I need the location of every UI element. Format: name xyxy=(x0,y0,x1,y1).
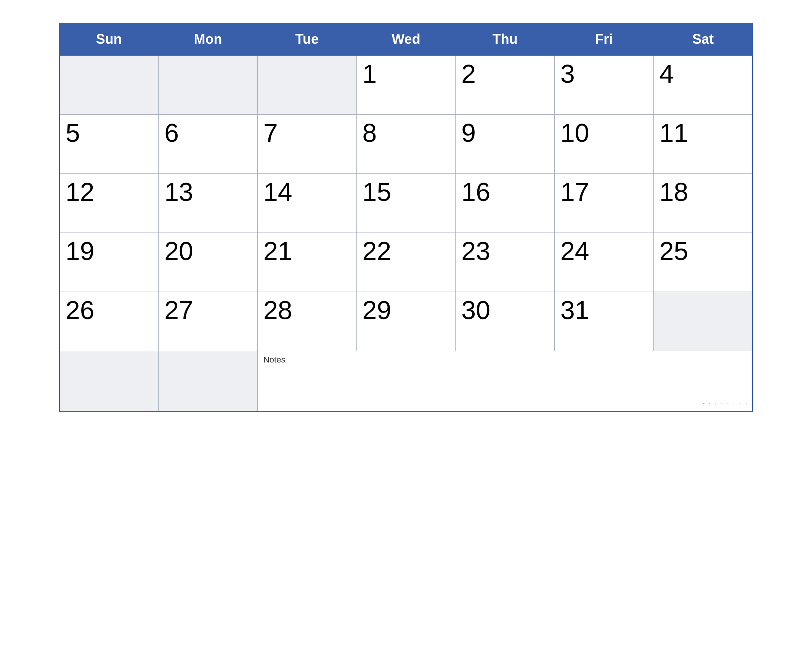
calendar-cell[interactable]: 8 xyxy=(356,114,456,173)
day-number: 26 xyxy=(66,295,95,324)
weekday-header-sun: Sun xyxy=(59,23,159,55)
calendar-cell[interactable]: 26 xyxy=(59,292,159,351)
day-number: 25 xyxy=(660,236,688,265)
calendar-cell[interactable]: 31 xyxy=(555,292,654,351)
day-number: 11 xyxy=(660,118,688,147)
day-number: 4 xyxy=(660,59,674,88)
day-number: 20 xyxy=(164,236,193,265)
calendar-cell[interactable]: 18 xyxy=(653,173,753,233)
calendar-table: SunMonTueWedThuFriSat 123456789101112131… xyxy=(59,23,753,412)
calendar-cell[interactable]: 24 xyxy=(555,233,654,292)
calendar-cell[interactable]: 23 xyxy=(456,233,555,292)
day-number: 19 xyxy=(66,236,95,265)
day-number: 29 xyxy=(363,295,392,324)
weekday-header-row: SunMonTueWedThuFriSat xyxy=(59,23,753,55)
day-number: 16 xyxy=(461,177,490,206)
calendar-week-5: 262728293031 xyxy=(59,292,753,351)
calendar-cell[interactable] xyxy=(653,292,753,351)
day-number: 22 xyxy=(363,236,392,265)
calendar-week-3: 12131415161718 xyxy=(59,173,753,233)
day-number: 9 xyxy=(461,118,476,147)
calendar-cell[interactable]: 2 xyxy=(456,55,555,114)
calendar-cell[interactable]: 19 xyxy=(59,233,159,292)
calendar-cell[interactable]: 4 xyxy=(653,55,753,114)
calendar-cell[interactable]: 3 xyxy=(555,55,654,114)
calendar-container: SunMonTueWedThuFriSat 123456789101112131… xyxy=(44,8,768,420)
day-number: 1 xyxy=(363,59,377,88)
notes-row: Notes· · · · · · · · xyxy=(59,351,753,412)
weekday-header-thu: Thu xyxy=(456,23,555,55)
calendar-cell[interactable]: 20 xyxy=(159,233,258,292)
weekday-header-wed: Wed xyxy=(356,23,456,55)
notes-label: Notes xyxy=(263,355,746,365)
calendar-cell[interactable]: 7 xyxy=(257,114,356,173)
calendar-week-2: 567891011 xyxy=(59,114,753,173)
notes-empty-cell xyxy=(159,351,258,412)
calendar-cell[interactable] xyxy=(59,55,159,114)
calendar-cell[interactable] xyxy=(159,55,258,114)
calendar-cell[interactable]: 11 xyxy=(653,114,753,173)
calendar-cell[interactable]: 27 xyxy=(159,292,258,351)
day-number: 12 xyxy=(66,177,95,206)
weekday-header-fri: Fri xyxy=(555,23,654,55)
calendar-cell[interactable]: 6 xyxy=(159,114,258,173)
day-number: 30 xyxy=(461,295,490,324)
day-number: 28 xyxy=(263,295,292,324)
notes-cell[interactable]: Notes· · · · · · · · xyxy=(257,351,753,412)
calendar-cell[interactable] xyxy=(257,55,356,114)
notes-dots: · · · · · · · · xyxy=(703,399,748,407)
calendar-cell[interactable]: 5 xyxy=(59,114,159,173)
day-number: 2 xyxy=(461,59,476,88)
day-number: 6 xyxy=(164,118,179,147)
day-number: 5 xyxy=(66,118,80,147)
day-number: 27 xyxy=(164,295,193,324)
calendar-cell[interactable]: 12 xyxy=(59,173,159,233)
day-number: 15 xyxy=(363,177,392,206)
calendar-cell[interactable]: 10 xyxy=(555,114,654,173)
calendar-cell[interactable]: 22 xyxy=(356,233,456,292)
day-number: 14 xyxy=(263,177,292,206)
calendar-week-4: 19202122232425 xyxy=(59,233,753,292)
calendar-cell[interactable]: 15 xyxy=(356,173,456,233)
notes-empty-cell xyxy=(59,351,159,412)
calendar-cell[interactable]: 14 xyxy=(257,173,356,233)
day-number: 21 xyxy=(263,236,292,265)
calendar-cell[interactable]: 9 xyxy=(456,114,555,173)
weekday-header-sat: Sat xyxy=(653,23,753,55)
calendar-cell[interactable]: 13 xyxy=(159,173,258,233)
day-number: 24 xyxy=(560,236,589,265)
day-number: 13 xyxy=(164,177,193,206)
weekday-header-mon: Mon xyxy=(159,23,258,55)
calendar-cell[interactable]: 30 xyxy=(456,292,555,351)
calendar-cell[interactable]: 17 xyxy=(555,173,654,233)
day-number: 17 xyxy=(560,177,589,206)
calendar-cell[interactable]: 16 xyxy=(456,173,555,233)
weekday-header-tue: Tue xyxy=(257,23,356,55)
calendar-week-1: 1234 xyxy=(59,55,753,114)
day-number: 23 xyxy=(461,236,490,265)
calendar-cell[interactable]: 1 xyxy=(356,55,456,114)
calendar-cell[interactable]: 28 xyxy=(257,292,356,351)
day-number: 18 xyxy=(660,177,688,206)
calendar-cell[interactable]: 29 xyxy=(356,292,456,351)
calendar-cell[interactable]: 25 xyxy=(653,233,753,292)
day-number: 3 xyxy=(560,59,575,88)
day-number: 8 xyxy=(363,118,377,147)
day-number: 7 xyxy=(263,118,278,147)
calendar-cell[interactable]: 21 xyxy=(257,233,356,292)
day-number: 10 xyxy=(560,118,589,147)
day-number: 31 xyxy=(560,295,589,324)
